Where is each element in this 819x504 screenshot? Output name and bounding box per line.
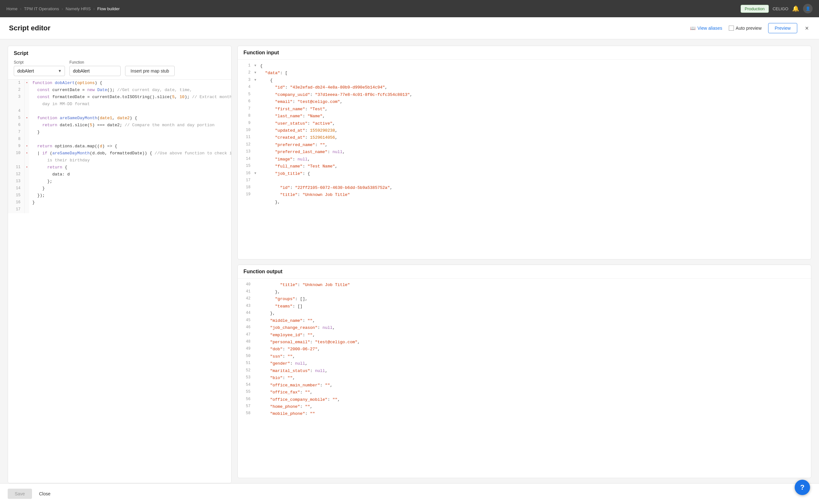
close-button[interactable]: × (804, 25, 810, 32)
code-line-13: 13 }; (8, 178, 231, 185)
code-line-10b: is their birthday (8, 157, 231, 164)
editor-header-actions: 📖 View aliases Auto preview Preview × (690, 23, 810, 33)
breadcrumb: Home › TPM IT Operations › Namely HRIS ›… (6, 6, 120, 11)
avatar[interactable]: 👤 (803, 4, 813, 13)
book-icon: 📖 (690, 26, 696, 31)
save-button[interactable]: Save (8, 489, 32, 499)
code-line-6: 6 return date1.slice(5) === date2; // Co… (8, 122, 231, 129)
nav-username: CELIGO (773, 6, 788, 11)
breadcrumb-home[interactable]: Home (6, 6, 18, 11)
function-input-panel: Function input 1▼{ 2▼ "data": [ 3▼ { 4 "… (238, 46, 811, 260)
code-line-10: 10 • | if (areSameDayMonth(d.dob, format… (8, 150, 231, 157)
bottom-bar: Save Close (0, 483, 819, 504)
editor-container: Script editor 📖 View aliases Auto previe… (0, 17, 819, 504)
code-line-4: 4 (8, 108, 231, 115)
top-nav: Home › TPM IT Operations › Namely HRIS ›… (0, 0, 819, 17)
editor-title: Script editor (9, 24, 51, 32)
env-badge[interactable]: Production (741, 5, 769, 13)
code-line-8: 8 (8, 136, 231, 143)
function-input[interactable] (69, 66, 121, 76)
editor-header: Script editor 📖 View aliases Auto previe… (0, 17, 819, 39)
main-content: Script Script dobAlert ▼ Function (0, 39, 819, 483)
code-line-3: 3 const formattedDate = currentDate.toIS… (8, 94, 231, 101)
script-panel: Script Script dobAlert ▼ Function (8, 46, 232, 483)
view-aliases-button[interactable]: 📖 View aliases (690, 26, 722, 31)
help-button[interactable]: ? (795, 480, 810, 495)
function-input-content[interactable]: 1▼{ 2▼ "data": [ 3▼ { 4 "id": "43e2efad-… (238, 60, 811, 259)
script-select-wrapper: dobAlert ▼ (14, 66, 65, 76)
script-select[interactable]: dobAlert (14, 66, 65, 76)
code-line-15: 15 }); (8, 192, 231, 199)
notification-icon[interactable]: 🔔 (792, 5, 799, 12)
code-line-7: 7 } (8, 129, 231, 136)
code-line-2: 2 const currentDate = new Date(); //Get … (8, 87, 231, 94)
breadcrumb-hris[interactable]: Namely HRIS (66, 6, 91, 11)
auto-preview-checkbox[interactable] (729, 26, 734, 31)
code-line-5: 5 • function areSameDayMonth(date1, date… (8, 115, 231, 122)
code-line-1: 1 • function dobAlert(options) { (8, 80, 231, 87)
code-line-9: 9 • return options.data.map((d) => { (8, 143, 231, 150)
preview-button[interactable]: Preview (768, 23, 798, 33)
nav-right: Production CELIGO 🔔 👤 (741, 4, 813, 13)
function-input-title: Function input (238, 46, 811, 60)
breadcrumb-tpm[interactable]: TPM IT Operations (24, 6, 59, 11)
function-field-group: Function (69, 60, 121, 76)
code-editor[interactable]: 1 • function dobAlert(options) { 2 const… (8, 80, 231, 483)
function-output-title: Function output (238, 265, 811, 279)
auto-preview-label[interactable]: Auto preview (729, 26, 762, 31)
script-panel-header: Script Script dobAlert ▼ Function (8, 46, 231, 80)
breadcrumb-current[interactable]: Flow builder (97, 6, 120, 11)
right-panels: Function input 1▼{ 2▼ "data": [ 3▼ { 4 "… (238, 46, 811, 483)
script-field-group: Script dobAlert ▼ (14, 60, 65, 76)
script-fields: Script dobAlert ▼ Function Insert pre ma… (14, 60, 226, 76)
code-line-3b: day in MM-DD format (8, 101, 231, 108)
function-label: Function (69, 60, 121, 65)
code-line-14: 14 } (8, 185, 231, 192)
code-line-11: 11 • return { (8, 164, 231, 171)
close-bottom-button[interactable]: Close (36, 489, 54, 499)
code-line-12: 12 data: d (8, 171, 231, 178)
function-output-content[interactable]: 40 "title": "Unknown Job Title" 41 }, 42… (238, 279, 811, 478)
script-panel-title: Script (14, 50, 226, 56)
code-line-16: 16 } (8, 199, 231, 206)
code-line-17: 17 (8, 206, 231, 213)
insert-stub-button[interactable]: Insert pre map stub (125, 66, 175, 76)
function-output-panel: Function output 40 "title": "Unknown Job… (238, 265, 811, 478)
script-label: Script (14, 60, 65, 65)
